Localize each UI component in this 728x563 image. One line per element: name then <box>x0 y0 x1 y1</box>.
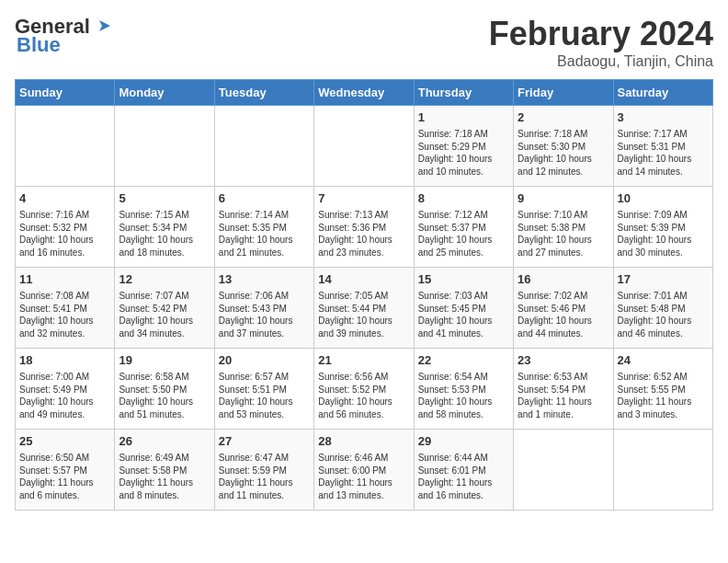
weekday-header-thursday: Thursday <box>414 80 513 106</box>
weekday-header-wednesday: Wednesday <box>314 80 414 106</box>
day-number: 9 <box>518 190 609 207</box>
week-row-3: 11Sunrise: 7:08 AM Sunset: 5:41 PM Dayli… <box>16 268 713 349</box>
day-number: 10 <box>618 190 709 207</box>
calendar-cell: 4Sunrise: 7:16 AM Sunset: 5:32 PM Daylig… <box>16 187 115 268</box>
calendar-cell: 15Sunrise: 7:03 AM Sunset: 5:45 PM Dayli… <box>414 268 513 349</box>
day-info: Sunrise: 7:17 AM Sunset: 5:31 PM Dayligh… <box>618 128 709 178</box>
day-number: 14 <box>318 271 409 288</box>
day-info: Sunrise: 6:47 AM Sunset: 5:59 PM Dayligh… <box>219 452 310 501</box>
title-area: February 2024 Badaogu, Tianjin, China <box>489 15 713 70</box>
day-info: Sunrise: 7:15 AM Sunset: 5:34 PM Dayligh… <box>119 209 210 259</box>
calendar-cell <box>115 106 214 187</box>
calendar-cell: 20Sunrise: 6:57 AM Sunset: 5:51 PM Dayli… <box>214 349 313 430</box>
day-info: Sunrise: 6:49 AM Sunset: 5:58 PM Dayligh… <box>119 452 210 501</box>
day-info: Sunrise: 7:03 AM Sunset: 5:45 PM Dayligh… <box>418 290 509 339</box>
weekday-header-friday: Friday <box>514 80 613 106</box>
weekday-header-row: SundayMondayTuesdayWednesdayThursdayFrid… <box>16 80 713 106</box>
day-number: 12 <box>119 271 210 288</box>
calendar-cell: 6Sunrise: 7:14 AM Sunset: 5:35 PM Daylig… <box>214 187 313 268</box>
day-number: 16 <box>518 271 609 288</box>
day-number: 8 <box>418 190 509 207</box>
day-number: 5 <box>119 190 210 207</box>
day-number: 23 <box>518 352 609 369</box>
calendar-cell: 7Sunrise: 7:13 AM Sunset: 5:36 PM Daylig… <box>314 187 414 268</box>
calendar-cell: 24Sunrise: 6:52 AM Sunset: 5:55 PM Dayli… <box>613 349 712 430</box>
day-number: 4 <box>19 190 110 207</box>
day-info: Sunrise: 6:57 AM Sunset: 5:51 PM Dayligh… <box>219 371 310 420</box>
day-number: 6 <box>219 190 310 207</box>
calendar-cell: 9Sunrise: 7:10 AM Sunset: 5:38 PM Daylig… <box>514 187 613 268</box>
calendar-cell: 27Sunrise: 6:47 AM Sunset: 5:59 PM Dayli… <box>214 430 313 511</box>
day-number: 1 <box>418 109 509 126</box>
calendar-cell: 1Sunrise: 7:18 AM Sunset: 5:29 PM Daylig… <box>414 106 513 187</box>
logo-blue-text: Blue <box>17 33 61 57</box>
calendar-cell: 28Sunrise: 6:46 AM Sunset: 6:00 PM Dayli… <box>314 430 414 511</box>
calendar-cell <box>214 106 313 187</box>
day-info: Sunrise: 6:52 AM Sunset: 5:55 PM Dayligh… <box>618 371 709 420</box>
calendar-cell: 8Sunrise: 7:12 AM Sunset: 5:37 PM Daylig… <box>414 187 513 268</box>
logo: General Blue <box>15 15 112 57</box>
day-info: Sunrise: 6:44 AM Sunset: 6:01 PM Dayligh… <box>418 452 509 501</box>
day-number: 18 <box>19 352 110 369</box>
calendar-cell: 11Sunrise: 7:08 AM Sunset: 5:41 PM Dayli… <box>16 268 115 349</box>
day-info: Sunrise: 7:10 AM Sunset: 5:38 PM Dayligh… <box>518 209 609 259</box>
day-info: Sunrise: 7:18 AM Sunset: 5:30 PM Dayligh… <box>518 128 609 178</box>
weekday-header-sunday: Sunday <box>16 80 115 106</box>
calendar-cell: 5Sunrise: 7:15 AM Sunset: 5:34 PM Daylig… <box>115 187 214 268</box>
weekday-header-saturday: Saturday <box>613 80 712 106</box>
day-info: Sunrise: 7:13 AM Sunset: 5:36 PM Dayligh… <box>318 209 409 259</box>
day-info: Sunrise: 7:18 AM Sunset: 5:29 PM Dayligh… <box>418 128 509 178</box>
day-number: 13 <box>219 271 310 288</box>
calendar-cell: 2Sunrise: 7:18 AM Sunset: 5:30 PM Daylig… <box>514 106 613 187</box>
day-info: Sunrise: 7:14 AM Sunset: 5:35 PM Dayligh… <box>219 209 310 259</box>
calendar-cell: 25Sunrise: 6:50 AM Sunset: 5:57 PM Dayli… <box>16 430 115 511</box>
day-number: 15 <box>418 271 509 288</box>
day-info: Sunrise: 7:08 AM Sunset: 5:41 PM Dayligh… <box>19 290 110 339</box>
day-number: 28 <box>318 433 409 450</box>
day-number: 11 <box>19 271 110 288</box>
day-info: Sunrise: 6:46 AM Sunset: 6:00 PM Dayligh… <box>318 452 409 501</box>
day-number: 26 <box>119 433 210 450</box>
day-info: Sunrise: 7:06 AM Sunset: 5:43 PM Dayligh… <box>219 290 310 339</box>
calendar-subtitle: Badaogu, Tianjin, China <box>489 53 713 70</box>
calendar-cell <box>514 430 613 511</box>
day-info: Sunrise: 7:07 AM Sunset: 5:42 PM Dayligh… <box>119 290 210 339</box>
calendar-cell: 17Sunrise: 7:01 AM Sunset: 5:48 PM Dayli… <box>613 268 712 349</box>
week-row-5: 25Sunrise: 6:50 AM Sunset: 5:57 PM Dayli… <box>16 430 713 511</box>
svg-marker-0 <box>99 20 110 31</box>
day-info: Sunrise: 7:09 AM Sunset: 5:39 PM Dayligh… <box>618 209 709 259</box>
calendar-cell: 26Sunrise: 6:49 AM Sunset: 5:58 PM Dayli… <box>115 430 214 511</box>
day-number: 27 <box>219 433 310 450</box>
calendar-cell: 16Sunrise: 7:02 AM Sunset: 5:46 PM Dayli… <box>514 268 613 349</box>
day-number: 2 <box>518 109 609 126</box>
calendar-cell: 29Sunrise: 6:44 AM Sunset: 6:01 PM Dayli… <box>414 430 513 511</box>
week-row-2: 4Sunrise: 7:16 AM Sunset: 5:32 PM Daylig… <box>16 187 713 268</box>
day-info: Sunrise: 6:50 AM Sunset: 5:57 PM Dayligh… <box>19 452 110 501</box>
calendar-cell: 14Sunrise: 7:05 AM Sunset: 5:44 PM Dayli… <box>314 268 414 349</box>
calendar-cell: 3Sunrise: 7:17 AM Sunset: 5:31 PM Daylig… <box>613 106 712 187</box>
day-number: 3 <box>618 109 709 126</box>
day-number: 25 <box>19 433 110 450</box>
day-number: 17 <box>618 271 709 288</box>
calendar-cell: 10Sunrise: 7:09 AM Sunset: 5:39 PM Dayli… <box>613 187 712 268</box>
calendar-cell: 21Sunrise: 6:56 AM Sunset: 5:52 PM Dayli… <box>314 349 414 430</box>
calendar-title: February 2024 <box>489 15 713 53</box>
day-info: Sunrise: 7:05 AM Sunset: 5:44 PM Dayligh… <box>318 290 409 339</box>
calendar-cell: 18Sunrise: 7:00 AM Sunset: 5:49 PM Dayli… <box>16 349 115 430</box>
calendar-cell: 12Sunrise: 7:07 AM Sunset: 5:42 PM Dayli… <box>115 268 214 349</box>
day-number: 21 <box>318 352 409 369</box>
day-info: Sunrise: 6:54 AM Sunset: 5:53 PM Dayligh… <box>418 371 509 420</box>
day-info: Sunrise: 7:01 AM Sunset: 5:48 PM Dayligh… <box>618 290 709 339</box>
calendar-table: SundayMondayTuesdayWednesdayThursdayFrid… <box>15 79 713 511</box>
weekday-header-tuesday: Tuesday <box>214 80 313 106</box>
day-number: 19 <box>119 352 210 369</box>
day-info: Sunrise: 7:02 AM Sunset: 5:46 PM Dayligh… <box>518 290 609 339</box>
calendar-cell <box>613 430 712 511</box>
day-info: Sunrise: 6:53 AM Sunset: 5:54 PM Dayligh… <box>518 371 609 420</box>
weekday-header-monday: Monday <box>115 80 214 106</box>
day-info: Sunrise: 7:12 AM Sunset: 5:37 PM Dayligh… <box>418 209 509 259</box>
calendar-cell: 13Sunrise: 7:06 AM Sunset: 5:43 PM Dayli… <box>214 268 313 349</box>
header: General Blue February 2024 Badaogu, Tian… <box>15 15 713 70</box>
week-row-1: 1Sunrise: 7:18 AM Sunset: 5:29 PM Daylig… <box>16 106 713 187</box>
calendar-cell: 19Sunrise: 6:58 AM Sunset: 5:50 PM Dayli… <box>115 349 214 430</box>
